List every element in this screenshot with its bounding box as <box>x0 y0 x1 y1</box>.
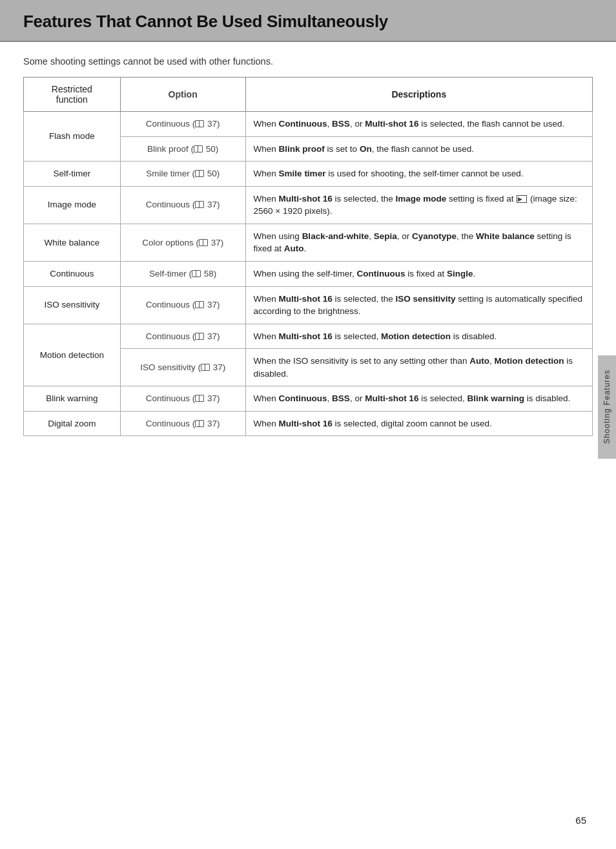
book-icon <box>195 120 204 127</box>
option-blink-proof-50: Blink proof ( 50) <box>120 136 245 162</box>
desc-imagemode: When Multi-shot 16 is selected, the Imag… <box>245 186 592 224</box>
desc-selftimer: When Smile timer is used for shooting, t… <box>245 162 592 187</box>
option-self-timer-58: Self-timer ( 58) <box>120 261 245 286</box>
book-icon <box>194 145 203 152</box>
restricted-continuous: Continuous <box>24 261 121 286</box>
restricted-motion-detection: Motion detection <box>24 324 121 386</box>
option-continuous-37f: Continuous ( 37) <box>120 411 245 436</box>
table-row: Flash mode Continuous ( 37) When Continu… <box>24 112 593 137</box>
header-bar: Features That Cannot Be Used Simultaneou… <box>0 0 616 42</box>
desc-continuous: When using the self-timer, Continuous is… <box>245 261 592 286</box>
book-icon <box>201 364 210 371</box>
restricted-digital-zoom: Digital zoom <box>24 411 121 436</box>
table-row: Digital zoom Continuous ( 37) When Multi… <box>24 411 593 436</box>
table-row: Image mode Continuous ( 37) When Multi-s… <box>24 186 593 224</box>
table-row: Continuous Self-timer ( 58) When using t… <box>24 261 593 286</box>
book-icon <box>195 301 204 308</box>
book-icon <box>195 395 204 402</box>
option-color-options-37: Color options ( 37) <box>120 224 245 261</box>
book-icon <box>195 201 204 208</box>
features-table: Restrictedfunction Option Descriptions F… <box>23 77 593 436</box>
desc-flash2: When Blink proof is set to On, the flash… <box>245 136 592 162</box>
table-row: White balance Color options ( 37) When u… <box>24 224 593 261</box>
book-icon <box>195 333 204 340</box>
restricted-flash-mode: Flash mode <box>24 112 121 162</box>
table-row: ISO sensitivity Continuous ( 37) When Mu… <box>24 286 593 324</box>
main-content: Some shooting settings cannot be used wi… <box>0 42 616 456</box>
option-continuous-37d: Continuous ( 37) <box>120 324 245 349</box>
option-smile-timer-50: Smile timer ( 50) <box>120 162 245 187</box>
desc-iso: When Multi-shot 16 is selected, the ISO … <box>245 286 592 324</box>
option-continuous-37c: Continuous ( 37) <box>120 286 245 324</box>
option-continuous-37b: Continuous ( 37) <box>120 186 245 224</box>
option-iso-sensitivity-37: ISO sensitivity ( 37) <box>120 349 245 386</box>
table-header-row: Restrictedfunction Option Descriptions <box>24 78 593 112</box>
page-container: Features That Cannot Be Used Simultaneou… <box>0 0 616 849</box>
book-icon <box>192 270 201 277</box>
restricted-white-balance: White balance <box>24 224 121 261</box>
book-icon <box>195 170 204 177</box>
image-mode-icon <box>517 195 527 203</box>
book-icon <box>199 239 208 246</box>
option-continuous-37a: Continuous ( 37) <box>120 112 245 137</box>
book-icon <box>195 420 204 427</box>
header-descriptions: Descriptions <box>245 78 592 112</box>
side-tab-label: Shooting Features <box>602 370 611 444</box>
page-title: Features That Cannot Be Used Simultaneou… <box>23 12 593 32</box>
restricted-self-timer: Self-timer <box>24 162 121 187</box>
desc-motion1: When Multi-shot 16 is selected, Motion d… <box>245 324 592 349</box>
desc-flash1: When Continuous, BSS, or Multi-shot 16 i… <box>245 112 592 137</box>
restricted-blink-warning: Blink warning <box>24 386 121 412</box>
desc-motion2: When the ISO sensitivity is set to any s… <box>245 349 592 386</box>
header-option: Option <box>120 78 245 112</box>
header-restricted: Restrictedfunction <box>24 78 121 112</box>
side-tab: Shooting Features <box>598 355 616 459</box>
desc-whitebalance: When using Black-and-white, Sepia, or Cy… <box>245 224 592 261</box>
desc-digitalzoom: When Multi-shot 16 is selected, digital … <box>245 411 592 436</box>
table-row: Motion detection Continuous ( 37) When M… <box>24 324 593 349</box>
page-number: 65 <box>575 815 586 826</box>
desc-blinkwarning: When Continuous, BSS, or Multi-shot 16 i… <box>245 386 592 412</box>
restricted-image-mode: Image mode <box>24 186 121 224</box>
restricted-iso: ISO sensitivity <box>24 286 121 324</box>
table-row: Self-timer Smile timer ( 50) When Smile … <box>24 162 593 187</box>
option-continuous-37e: Continuous ( 37) <box>120 386 245 412</box>
table-row: Blink warning Continuous ( 37) When Cont… <box>24 386 593 412</box>
subtitle: Some shooting settings cannot be used wi… <box>23 56 593 67</box>
